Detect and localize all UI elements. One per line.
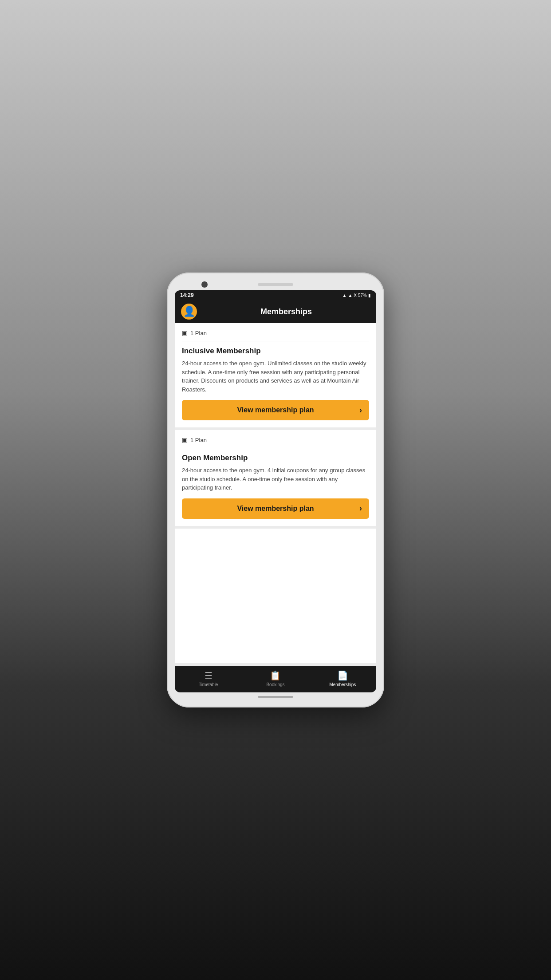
- signal-icon: ▲: [348, 293, 352, 298]
- wifi-icon: ▲: [342, 293, 347, 298]
- membership-card-1: ▣ 1 Plan Inclusive Membership 24-hour ac…: [175, 323, 376, 427]
- avatar[interactable]: 👤: [181, 304, 197, 320]
- membership-card-2: ▣ 1 Plan Open Membership 24-hour access …: [175, 430, 376, 526]
- chevron-right-icon-1: ›: [359, 406, 362, 415]
- app-header: 👤 Memberships: [175, 300, 376, 323]
- view-plan-button-1[interactable]: View membership plan ›: [182, 400, 369, 420]
- plan-indicator-2: ▣ 1 Plan: [182, 436, 369, 448]
- status-icons: ▲ ▲ X 57% ▮: [342, 293, 371, 298]
- nav-item-timetable[interactable]: ☰ Timetable: [175, 670, 242, 687]
- plan-count-2: 1 Plan: [190, 437, 207, 443]
- page-title: Memberships: [202, 307, 370, 316]
- phone-screen: 14:29 ▲ ▲ X 57% ▮ 👤 Memberships ▣ 1 Plan: [175, 290, 376, 692]
- plan-icon-1: ▣: [182, 329, 188, 336]
- phone-top-bar: [175, 281, 376, 290]
- membership-desc-1: 24-hour access to the open gym. Unlimite…: [182, 359, 369, 394]
- plan-icon-2: ▣: [182, 436, 188, 443]
- memberships-icon: 📄: [337, 670, 348, 681]
- membership-title-1: Inclusive Membership: [182, 347, 369, 356]
- view-plan-btn-label-2: View membership plan: [237, 505, 314, 513]
- home-indicator: [258, 696, 293, 698]
- network-icon: X: [354, 293, 357, 298]
- plan-count-1: 1 Plan: [190, 330, 207, 336]
- status-bar: 14:29 ▲ ▲ X 57% ▮: [175, 290, 376, 300]
- nav-item-memberships[interactable]: 📄 Memberships: [309, 670, 376, 687]
- speaker: [258, 283, 293, 286]
- membership-desc-2: 24-hour access to the open gym. 4 initia…: [182, 466, 369, 492]
- plan-indicator-1: ▣ 1 Plan: [182, 329, 369, 341]
- spacer-area: [175, 529, 376, 664]
- timetable-icon: ☰: [205, 670, 213, 681]
- status-time: 14:29: [180, 292, 194, 298]
- view-plan-btn-label-1: View membership plan: [237, 406, 314, 414]
- bottom-nav: ☰ Timetable 📋 Bookings 📄 Memberships: [175, 666, 376, 692]
- phone-bottom-bar: [258, 692, 293, 699]
- avatar-icon: 👤: [183, 306, 195, 317]
- nav-item-bookings[interactable]: 📋 Bookings: [242, 670, 309, 687]
- view-plan-button-2[interactable]: View membership plan ›: [182, 498, 369, 519]
- bookings-icon: 📋: [270, 670, 281, 681]
- chevron-right-icon-2: ›: [359, 504, 362, 513]
- camera: [201, 281, 208, 288]
- timetable-label: Timetable: [199, 682, 218, 687]
- battery-icon: ▮: [368, 293, 371, 298]
- bookings-label: Bookings: [266, 682, 284, 687]
- battery-text: 57%: [358, 293, 367, 298]
- phone-frame: 14:29 ▲ ▲ X 57% ▮ 👤 Memberships ▣ 1 Plan: [167, 273, 384, 707]
- membership-title-2: Open Membership: [182, 454, 369, 462]
- memberships-label: Memberships: [329, 682, 356, 687]
- screen-content: ▣ 1 Plan Inclusive Membership 24-hour ac…: [175, 323, 376, 666]
